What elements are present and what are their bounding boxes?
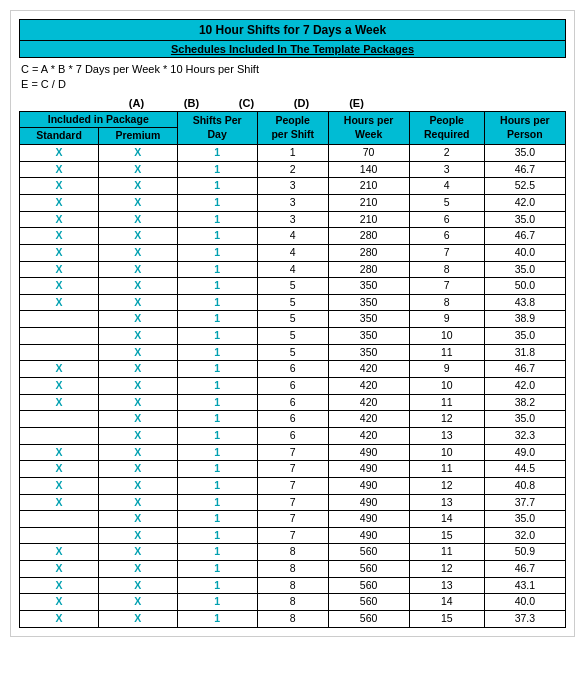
cell-hours-per-person: 37.7 (484, 494, 565, 511)
cell-shifts-per-day: 1 (177, 444, 257, 461)
table-row: XX1170235.0 (20, 145, 566, 162)
table-row: X174901435.0 (20, 511, 566, 528)
cell-standard: X (20, 577, 99, 594)
cell-standard: X (20, 294, 99, 311)
cell-hours-per-week: 490 (328, 477, 409, 494)
cell-people-required: 6 (409, 228, 484, 245)
cell-shifts-per-day: 1 (177, 594, 257, 611)
cell-premium: X (99, 328, 177, 345)
cell-shifts-per-day: 1 (177, 178, 257, 195)
cell-hours-per-person: 31.8 (484, 344, 565, 361)
table-row: X164201332.3 (20, 427, 566, 444)
cell-people-required: 7 (409, 278, 484, 295)
header-people-required: PeopleRequired (409, 111, 484, 144)
cell-people-per-shift: 6 (257, 361, 328, 378)
title-bar: 10 Hour Shifts for 7 Days a Week (19, 19, 566, 41)
table-row: XX174901337.7 (20, 494, 566, 511)
cell-people-required: 13 (409, 427, 484, 444)
cell-hours-per-person: 46.7 (484, 561, 565, 578)
cell-shifts-per-day: 1 (177, 461, 257, 478)
table-row: XX14280835.0 (20, 261, 566, 278)
table-row: X153501131.8 (20, 344, 566, 361)
table-row: XX13210542.0 (20, 194, 566, 211)
cell-hours-per-person: 40.8 (484, 477, 565, 494)
col-lbl-e: (E) (329, 97, 384, 109)
col-lbl-a: (A) (109, 97, 164, 109)
cell-premium: X (99, 361, 177, 378)
cell-premium: X (99, 444, 177, 461)
cell-standard: X (20, 145, 99, 162)
cell-people-per-shift: 5 (257, 344, 328, 361)
cell-people-per-shift: 6 (257, 411, 328, 428)
cell-people-required: 14 (409, 511, 484, 528)
cell-hours-per-person: 40.0 (484, 244, 565, 261)
cell-hours-per-person: 35.0 (484, 145, 565, 162)
cell-people-required: 8 (409, 261, 484, 278)
cell-hours-per-person: 37.3 (484, 611, 565, 628)
cell-shifts-per-day: 1 (177, 378, 257, 395)
cell-shifts-per-day: 1 (177, 577, 257, 594)
cell-shifts-per-day: 1 (177, 477, 257, 494)
cell-standard: X (20, 211, 99, 228)
cell-premium: X (99, 178, 177, 195)
cell-hours-per-week: 280 (328, 228, 409, 245)
cell-hours-per-week: 350 (328, 344, 409, 361)
cell-people-required: 10 (409, 378, 484, 395)
cell-people-per-shift: 4 (257, 228, 328, 245)
cell-hours-per-person: 35.0 (484, 211, 565, 228)
table-row: XX185601537.3 (20, 611, 566, 628)
cell-people-required: 8 (409, 294, 484, 311)
col-lbl-empty2 (64, 97, 109, 109)
cell-people-required: 15 (409, 527, 484, 544)
table-row: XX174901240.8 (20, 477, 566, 494)
cell-standard: X (20, 477, 99, 494)
cell-hours-per-person: 32.0 (484, 527, 565, 544)
cell-people-required: 5 (409, 194, 484, 211)
cell-premium: X (99, 228, 177, 245)
cell-shifts-per-day: 1 (177, 344, 257, 361)
cell-people-per-shift: 5 (257, 328, 328, 345)
cell-people-per-shift: 7 (257, 494, 328, 511)
cell-people-per-shift: 7 (257, 477, 328, 494)
cell-hours-per-week: 490 (328, 494, 409, 511)
cell-hours-per-week: 490 (328, 444, 409, 461)
table-row: XX174901144.5 (20, 461, 566, 478)
table-row: XX15350750.0 (20, 278, 566, 295)
cell-premium: X (99, 261, 177, 278)
cell-premium: X (99, 611, 177, 628)
cell-premium: X (99, 477, 177, 494)
table-row: XX185601440.0 (20, 594, 566, 611)
cell-people-per-shift: 4 (257, 261, 328, 278)
cell-premium: X (99, 311, 177, 328)
cell-hours-per-week: 350 (328, 328, 409, 345)
cell-people-per-shift: 5 (257, 311, 328, 328)
cell-people-required: 11 (409, 394, 484, 411)
cell-standard: X (20, 361, 99, 378)
cell-shifts-per-day: 1 (177, 494, 257, 511)
cell-people-per-shift: 7 (257, 511, 328, 528)
table-row: XX14280740.0 (20, 244, 566, 261)
cell-standard: X (20, 161, 99, 178)
cell-hours-per-week: 210 (328, 211, 409, 228)
cell-people-per-shift: 3 (257, 211, 328, 228)
cell-people-required: 13 (409, 577, 484, 594)
cell-standard (20, 311, 99, 328)
cell-hours-per-person: 49.0 (484, 444, 565, 461)
table-row: XX185601343.1 (20, 577, 566, 594)
cell-premium: X (99, 394, 177, 411)
cell-shifts-per-day: 1 (177, 394, 257, 411)
cell-hours-per-week: 420 (328, 361, 409, 378)
cell-premium: X (99, 494, 177, 511)
cell-people-per-shift: 5 (257, 278, 328, 295)
cell-hours-per-week: 280 (328, 261, 409, 278)
cell-people-per-shift: 8 (257, 561, 328, 578)
cell-people-per-shift: 2 (257, 161, 328, 178)
cell-shifts-per-day: 1 (177, 511, 257, 528)
header-standard: Standard (20, 128, 99, 145)
cell-hours-per-week: 210 (328, 194, 409, 211)
cell-people-required: 13 (409, 494, 484, 511)
cell-hours-per-person: 38.2 (484, 394, 565, 411)
header-hours-per-week: Hours perWeek (328, 111, 409, 144)
table-row: XX16420946.7 (20, 361, 566, 378)
cell-people-required: 11 (409, 344, 484, 361)
